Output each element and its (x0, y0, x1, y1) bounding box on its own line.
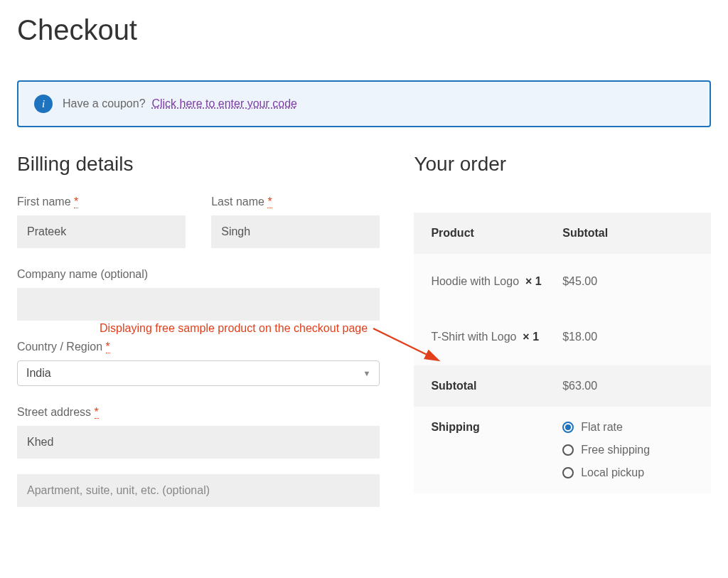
order-subtotal-row: Subtotal $63.00 (414, 365, 711, 407)
order-header-row: Product Subtotal (414, 213, 711, 254)
subtotal-value: $63.00 (562, 380, 694, 392)
subtotal-label: Subtotal (431, 380, 562, 392)
coupon-prompt: Have a coupon? (63, 97, 146, 109)
page-title: Checkout (17, 14, 711, 46)
street2-field (17, 474, 380, 507)
company-field: Company name (optional) (17, 268, 380, 321)
shipping-option-label: Free shipping (581, 444, 650, 456)
col-product: Product (431, 227, 562, 240)
order-column: Your order Product Subtotal Hoodie with … (414, 153, 711, 527)
chevron-down-icon: ▼ (363, 369, 371, 378)
order-item-row: Hoodie with Logo × 1 $45.00 (414, 254, 711, 309)
first-name-label: First name * (17, 196, 186, 208)
first-name-label-text: First name (17, 196, 71, 208)
coupon-link[interactable]: Click here to enter your code (151, 97, 297, 109)
street-field: Street address * (17, 406, 380, 459)
coupon-text: Have a coupon? Click here to enter your … (63, 97, 297, 110)
first-name-input[interactable] (17, 215, 186, 248)
required-marker: * (95, 406, 99, 419)
company-input[interactable] (17, 288, 380, 321)
item-name-text: T-Shirt with Logo (431, 331, 516, 343)
shipping-options: Flat rate Free shipping Local pickup (562, 421, 694, 479)
country-label-text: Country / Region (17, 341, 102, 353)
col-subtotal: Subtotal (562, 227, 694, 240)
shipping-option-free-shipping[interactable]: Free shipping (562, 444, 694, 456)
required-marker: * (267, 196, 272, 208)
item-qty: × 1 (523, 331, 539, 343)
last-name-input[interactable] (211, 215, 380, 248)
billing-heading: Billing details (17, 153, 380, 176)
required-marker: * (106, 341, 110, 353)
order-item-row: T-Shirt with Logo × 1 $18.00 (414, 309, 711, 365)
street-label-text: Street address (17, 406, 91, 418)
last-name-label-text: Last name (211, 196, 264, 208)
order-item-name: Hoodie with Logo × 1 (431, 271, 562, 292)
order-item-name: T-Shirt with Logo × 1 (431, 326, 562, 348)
shipping-option-flat-rate[interactable]: Flat rate (562, 421, 694, 434)
country-label: Country / Region * (17, 341, 380, 353)
item-qty: × 1 (525, 275, 542, 287)
order-item-price: $18.00 (562, 326, 694, 348)
last-name-label: Last name * (211, 196, 380, 208)
shipping-label: Shipping (431, 421, 562, 434)
coupon-notice: i Have a coupon? Click here to enter you… (17, 80, 711, 127)
shipping-option-label: Local pickup (581, 466, 644, 479)
last-name-field: Last name * (211, 196, 380, 248)
info-icon: i (34, 95, 53, 113)
order-item-price: $45.00 (562, 271, 694, 292)
radio-icon (562, 444, 574, 456)
country-field: Country / Region * India ▼ (17, 341, 380, 386)
street-input[interactable] (17, 426, 380, 459)
country-value: India (26, 367, 51, 380)
order-table: Product Subtotal Hoodie with Logo × 1 $4… (414, 213, 711, 493)
shipping-option-local-pickup[interactable]: Local pickup (562, 466, 694, 479)
order-heading: Your order (414, 153, 711, 176)
company-label: Company name (optional) (17, 268, 380, 281)
first-name-field: First name * (17, 196, 186, 248)
radio-icon (562, 467, 574, 478)
order-shipping-row: Shipping Flat rate Free shipping (414, 407, 711, 493)
street2-input[interactable] (17, 474, 380, 507)
country-select[interactable]: India ▼ (17, 360, 380, 386)
item-name-text: Hoodie with Logo (431, 275, 519, 287)
shipping-option-label: Flat rate (581, 421, 623, 434)
required-marker: * (74, 196, 78, 208)
street-label: Street address * (17, 406, 380, 419)
radio-icon (562, 422, 574, 433)
billing-column: Billing details First name * Last name *… (17, 153, 380, 527)
